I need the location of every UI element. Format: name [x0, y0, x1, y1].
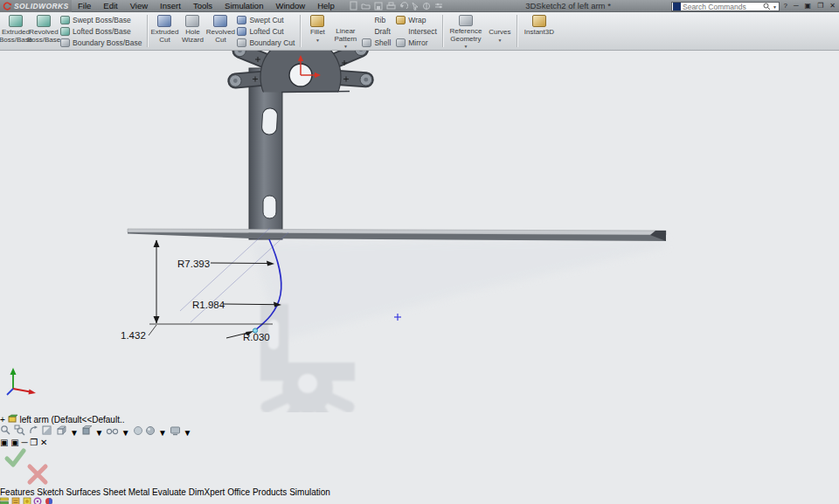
wrap-button[interactable]: Wrap — [396, 15, 437, 25]
tab-office-products[interactable]: Office Products — [227, 487, 287, 497]
doc-close-button[interactable]: ✕ — [40, 438, 47, 447]
new-document-icon[interactable] — [350, 1, 357, 10]
select-pointer-icon[interactable] — [412, 2, 419, 10]
tab-simulation[interactable]: Simulation — [289, 487, 330, 497]
display-style-icon[interactable] — [81, 425, 93, 436]
instant3d-button[interactable]: Instant3D — [520, 13, 558, 49]
hide-show-items-icon[interactable] — [106, 425, 119, 436]
search-commands-box[interactable]: ▼ — [671, 2, 780, 11]
mirror-button[interactable]: Mirror — [396, 38, 437, 48]
maximize-button[interactable]: ▣ — [805, 0, 812, 12]
shell-button[interactable]: Shell — [362, 38, 391, 48]
lofted-boss-button[interactable]: Lofted Boss/Base — [60, 26, 142, 37]
open-folder-icon[interactable] — [361, 2, 371, 10]
doc-window-icon[interactable]: ▣ — [10, 438, 18, 447]
intersect-button[interactable]: Intersect — [396, 26, 437, 37]
tab-feature-manager[interactable] — [0, 498, 9, 504]
fillet-dropdown-icon[interactable]: ▼ — [315, 38, 320, 43]
revolved-boss-button[interactable]: Revolved Boss/Base — [30, 13, 58, 49]
hide-show-dropdown-icon[interactable]: ▼ — [121, 428, 130, 438]
reference-geometry-button[interactable]: Reference Geometry ▼ — [446, 13, 486, 49]
tab-sheet-metal[interactable]: Sheet Metal — [103, 487, 149, 497]
help-button[interactable]: ? — [783, 0, 787, 12]
view-orientation-dropdown-icon[interactable]: ▼ — [70, 428, 79, 438]
curves-button[interactable]: Curves ▼ — [486, 13, 514, 49]
tab-features[interactable]: Features — [0, 487, 34, 497]
tab-sketch[interactable]: Sketch — [37, 487, 64, 497]
tab-surfaces[interactable]: Surfaces — [66, 487, 101, 497]
edit-appearance-icon[interactable] — [133, 425, 143, 436]
dimension-r1984[interactable]: R1.984 — [192, 300, 225, 310]
tab-dimxpert-manager[interactable] — [33, 498, 42, 504]
linear-pattern-dropdown-icon[interactable]: ▼ — [343, 44, 348, 49]
boundary-boss-button[interactable]: Boundary Boss/Base — [60, 38, 142, 48]
options-icon[interactable] — [434, 2, 443, 10]
restore-button[interactable]: ❐ — [817, 0, 823, 12]
close-button[interactable]: ✕ — [829, 0, 836, 12]
menu-edit[interactable]: Edit — [97, 0, 123, 12]
apply-scene-dropdown-icon[interactable]: ▼ — [158, 428, 167, 438]
curves-dropdown-icon[interactable]: ▼ — [497, 38, 502, 43]
rebuild-icon[interactable] — [422, 2, 431, 10]
search-icon[interactable] — [763, 3, 771, 10]
tab-configuration-manager[interactable] — [23, 498, 31, 504]
apply-scene-icon[interactable] — [145, 425, 156, 436]
revolved-cut-button[interactable]: Revolved Cut — [206, 13, 234, 49]
confirm-ok-icon[interactable] — [7, 451, 24, 465]
rib-button[interactable]: Rib — [362, 15, 391, 25]
menu-insert[interactable]: Insert — [154, 0, 187, 12]
tab-display-manager[interactable] — [45, 498, 53, 504]
menu-help[interactable]: Help — [311, 0, 341, 12]
view-orientation-icon[interactable] — [55, 425, 67, 436]
swept-boss-button[interactable]: Swept Boss/Base — [60, 15, 142, 25]
wrap-stack: Wrap Intersect Mirror — [393, 13, 440, 49]
linear-pattern-button[interactable]: Linear Pattern ▼ — [331, 13, 359, 49]
minimize-button[interactable]: ─ — [794, 0, 799, 12]
zoom-fit-icon[interactable] — [0, 425, 11, 436]
extruded-boss-button[interactable]: Extruded Boss/Base — [2, 13, 30, 49]
feature-tree-root[interactable]: left arm (Default<<Default.. — [19, 415, 124, 425]
tab-dimxpert[interactable]: DimXpert — [189, 487, 225, 497]
view-settings-icon[interactable] — [170, 425, 181, 436]
menu-window[interactable]: Window — [269, 0, 311, 12]
previous-view-icon[interactable] — [28, 425, 39, 436]
shell-icon — [362, 38, 371, 47]
graphics-area[interactable]: R7.393 R1.984 R.030 1.432 — [0, 0, 839, 487]
draft-button[interactable]: Draft — [362, 26, 391, 37]
dimension-1432[interactable]: 1.432 — [121, 330, 146, 341]
print-icon[interactable] — [386, 2, 396, 10]
dimension-r030[interactable]: R.030 — [243, 332, 270, 342]
zoom-area-icon[interactable] — [14, 425, 25, 436]
mirror-icon — [396, 38, 406, 47]
menu-simulation[interactable]: Simulation — [218, 0, 269, 12]
doc-restore-button[interactable]: ❐ — [30, 438, 38, 447]
tab-property-manager[interactable] — [11, 498, 20, 504]
extruded-boss-icon — [9, 15, 23, 27]
fillet-button[interactable]: Fillet ▼ — [303, 13, 331, 49]
tab-evaluate[interactable]: Evaluate — [152, 487, 186, 497]
view-settings-dropdown-icon[interactable]: ▼ — [184, 428, 192, 438]
search-input[interactable] — [683, 3, 763, 10]
confirm-cancel-icon[interactable] — [30, 466, 45, 482]
undo-icon[interactable] — [399, 2, 408, 10]
boundary-cut-button[interactable]: Boundary Cut — [237, 38, 295, 48]
part-body[interactable] — [249, 68, 282, 239]
swept-cut-button[interactable]: Swept Cut — [237, 15, 295, 25]
draft-icon — [362, 27, 371, 36]
search-dropdown-icon[interactable]: ▼ — [773, 4, 777, 10]
menu-tools[interactable]: Tools — [187, 0, 218, 12]
reference-geometry-dropdown-icon[interactable]: ▼ — [463, 44, 468, 49]
hole-wizard-button[interactable]: Hole Wizard — [178, 13, 206, 49]
display-style-dropdown-icon[interactable]: ▼ — [94, 428, 103, 438]
menu-view[interactable]: View — [124, 0, 154, 12]
menu-file[interactable]: File — [72, 0, 97, 12]
section-view-icon[interactable] — [41, 425, 52, 436]
dimension-r7393[interactable]: R7.393 — [177, 259, 210, 269]
flat-plate[interactable] — [128, 229, 666, 241]
save-icon[interactable] — [374, 2, 383, 10]
extruded-cut-button[interactable]: Extruded Cut — [150, 13, 178, 49]
tree-expand-icon[interactable]: + — [0, 415, 5, 425]
lofted-cut-button[interactable]: Lofted Cut — [237, 26, 295, 37]
doc-window-icon[interactable]: ▣ — [0, 438, 8, 447]
doc-minimize-button[interactable]: ─ — [21, 438, 27, 447]
